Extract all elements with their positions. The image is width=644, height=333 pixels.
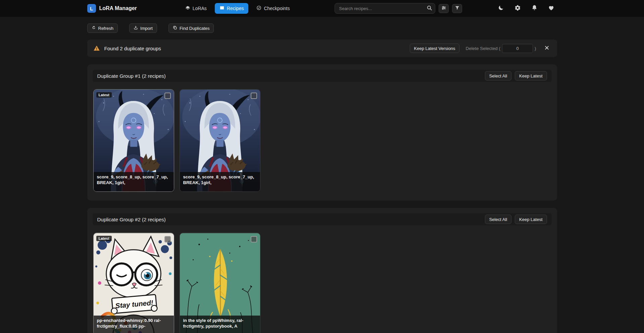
import-label: Import xyxy=(140,26,153,31)
settings-button[interactable] xyxy=(512,3,524,14)
tab-label: Checkpoints xyxy=(264,6,290,11)
delete-count-input[interactable] xyxy=(502,44,533,53)
layers-icon xyxy=(185,5,190,11)
import-icon xyxy=(134,25,138,31)
search-input[interactable] xyxy=(335,3,435,14)
card-select-checkbox[interactable] xyxy=(251,236,257,242)
banner-message: Found 2 duplicate groups xyxy=(104,46,161,51)
search-icon xyxy=(427,7,432,12)
keep-latest-versions-button[interactable]: Keep Latest Versions xyxy=(410,44,460,53)
duplicate-group-2: Duplicate Group #2 (2 recipes) Select Al… xyxy=(87,208,557,333)
latest-badge: Latest xyxy=(96,92,112,98)
recipe-card[interactable]: score_9, score_8_up, score_7_up, BREAK, … xyxy=(180,89,260,192)
group-header: Duplicate Group #1 (2 recipes) Select Al… xyxy=(93,70,552,82)
warning-icon xyxy=(93,45,100,52)
recipe-card[interactable]: Stay tuned! Latest pp-enchanted-whimsy:0… xyxy=(93,233,174,333)
nav-actions xyxy=(495,3,557,14)
select-all-button[interactable]: Select All xyxy=(485,71,511,80)
book-icon xyxy=(219,5,225,11)
gear-icon xyxy=(514,5,521,12)
search-area xyxy=(335,3,462,14)
tab-checkpoints[interactable]: Checkpoints xyxy=(252,3,294,14)
tab-label: Recipes xyxy=(227,6,244,11)
card-caption: score_9, score_8_up, score_7_up, BREAK, … xyxy=(94,172,174,191)
app-logo: L xyxy=(87,4,96,13)
card-row: Latest score_9, score_8_up, score_7_up, … xyxy=(93,89,552,192)
notifications-button[interactable] xyxy=(529,3,540,14)
moon-icon xyxy=(498,5,504,12)
keep-latest-button[interactable]: Keep Latest xyxy=(515,71,547,80)
find-duplicates-label: Find Duplicates xyxy=(180,26,210,31)
close-icon xyxy=(544,45,549,51)
duplicate-group-1: Duplicate Group #1 (2 recipes) Select Al… xyxy=(87,64,557,201)
delete-selected-control: Delete Selected ( ) xyxy=(465,44,536,53)
nav-tabs: LoRAs Recipes Checkpoints xyxy=(181,3,295,14)
delete-selected-suffix: ) xyxy=(535,46,536,51)
navbar: L LoRA Manager LoRAs Recipes Checkpoint xyxy=(0,0,644,17)
refresh-button[interactable]: Refresh xyxy=(87,23,118,33)
heart-icon xyxy=(548,5,554,12)
search-button[interactable] xyxy=(425,5,433,12)
refresh-icon xyxy=(92,25,96,31)
recipe-card[interactable]: Latest score_9, score_8_up, score_7_up, … xyxy=(93,89,174,192)
keep-latest-button[interactable]: Keep Latest xyxy=(515,215,547,224)
latest-badge: Latest xyxy=(96,236,112,241)
support-button[interactable] xyxy=(546,3,557,14)
toolbar: Refresh Import Find Duplicates xyxy=(87,23,557,33)
card-caption: score_9, score_8_up, score_7_up, BREAK, … xyxy=(180,172,260,191)
select-all-label: Select All xyxy=(489,73,507,78)
card-select-checkbox[interactable] xyxy=(164,93,171,99)
card-select-checkbox[interactable] xyxy=(251,93,257,99)
bell-icon xyxy=(531,5,538,12)
banner-close-button[interactable] xyxy=(543,44,551,52)
tab-recipes[interactable]: Recipes xyxy=(215,3,249,14)
checkpoint-icon xyxy=(256,5,261,11)
app-logo-letter: L xyxy=(90,6,93,11)
card-caption: in the style of ppWhimsy, ral-frctlgmtry… xyxy=(180,316,260,333)
keep-latest-versions-label: Keep Latest Versions xyxy=(414,46,455,51)
group-title: Duplicate Group #1 (2 recipes) xyxy=(97,73,166,79)
tab-label: LoRAs xyxy=(193,6,207,11)
group-title: Duplicate Group #2 (2 recipes) xyxy=(97,217,166,222)
select-all-label: Select All xyxy=(489,217,507,222)
refresh-label: Refresh xyxy=(98,26,114,31)
card-caption: pp-enchanted-whimsy:0.90 ral-frctlgmtry_… xyxy=(94,316,174,333)
card-row: Stay tuned! Latest pp-enchanted-whimsy:0… xyxy=(93,233,552,333)
delete-selected-prefix: Delete Selected ( xyxy=(465,46,500,51)
app-title: LoRA Manager xyxy=(99,5,137,11)
keep-latest-label: Keep Latest xyxy=(519,73,542,78)
group-header: Duplicate Group #2 (2 recipes) Select Al… xyxy=(93,213,552,225)
keep-latest-label: Keep Latest xyxy=(519,217,542,222)
filter-button[interactable] xyxy=(452,4,462,13)
sort-options-button[interactable] xyxy=(439,4,449,13)
import-button[interactable]: Import xyxy=(129,23,157,33)
theme-toggle-button[interactable] xyxy=(495,3,507,14)
copy-icon xyxy=(173,25,177,31)
sliders-icon xyxy=(441,5,446,11)
find-duplicates-button[interactable]: Find Duplicates xyxy=(168,23,214,33)
duplicates-banner: Found 2 duplicate groups Keep Latest Ver… xyxy=(87,40,557,57)
tab-loras[interactable]: LoRAs xyxy=(181,3,211,14)
card-select-checkbox[interactable] xyxy=(164,236,171,242)
recipe-card[interactable]: in the style of ppWhimsy, ral-frctlgmtry… xyxy=(180,233,260,333)
funnel-icon xyxy=(455,5,460,11)
select-all-button[interactable]: Select All xyxy=(485,215,511,224)
